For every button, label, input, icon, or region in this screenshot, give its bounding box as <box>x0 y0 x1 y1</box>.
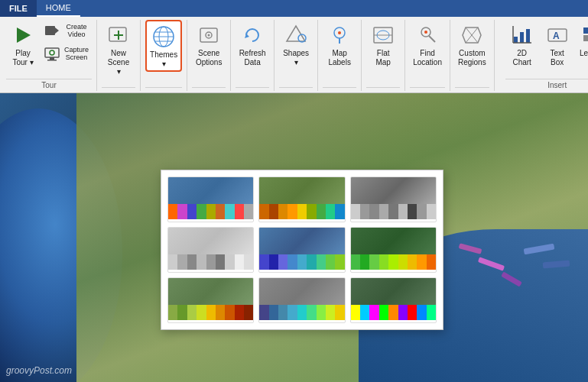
flat-map-icon <box>371 23 395 47</box>
text-box-icon: A <box>545 23 570 47</box>
themes-icon <box>151 24 176 49</box>
ribbon-group-map-labels: MapLabels <box>318 20 362 91</box>
shapes-icon <box>284 23 308 47</box>
theme-item-1[interactable] <box>167 176 254 222</box>
insert-group-label: Insert <box>505 79 588 91</box>
scene-options-label: SceneOptions <box>196 49 222 67</box>
refresh-items: RefreshData <box>236 20 269 87</box>
theme-earth-3 <box>351 177 436 204</box>
ribbon-group-new-scene: NewScene ▾ <box>97 20 141 91</box>
map-labels-button[interactable]: MapLabels <box>323 20 356 69</box>
shapes-items: Shapes ▾ <box>279 20 313 87</box>
tour-group-items: PlayTour ▾ Create Video <box>6 20 92 79</box>
flat-map-items: FlatMap <box>366 20 400 87</box>
theme-item-7[interactable] <box>167 277 254 323</box>
theme-earth-4 <box>168 228 253 254</box>
svg-marker-0 <box>17 28 31 43</box>
map-labels-group-label <box>323 87 356 91</box>
legend-button[interactable]: Legend <box>576 20 588 60</box>
theme-item-3[interactable] <box>350 176 437 222</box>
find-location-label: FindLocation <box>413 49 442 67</box>
custom-regions-icon <box>460 23 484 47</box>
refresh-data-button[interactable]: RefreshData <box>236 20 269 69</box>
ribbon: PlayTour ▾ Create Video <box>0 17 588 93</box>
flat-map-label: FlatMap <box>375 49 390 67</box>
2d-chart-icon <box>510 23 534 47</box>
custom-regions-button[interactable]: CustomRegions <box>455 20 489 69</box>
theme-palette-1 <box>168 204 253 219</box>
map-area: groovyPost.com <box>0 93 588 382</box>
theme-earth-8 <box>259 278 344 305</box>
theme-earth-9 <box>351 278 436 305</box>
svg-rect-34 <box>520 32 524 43</box>
svg-line-28 <box>429 36 435 42</box>
play-tour-button[interactable]: PlayTour ▾ <box>6 20 40 69</box>
svg-rect-4 <box>50 57 54 60</box>
themes-label: Themes ▾ <box>150 50 177 69</box>
ribbon-group-themes: Themes ▾ <box>141 20 187 91</box>
themes-button[interactable]: Themes ▾ <box>145 20 182 72</box>
text-box-button[interactable]: A TextBox <box>541 20 574 69</box>
theme-item-2[interactable] <box>258 176 345 222</box>
svg-marker-19 <box>287 26 305 41</box>
new-scene-button[interactable]: NewScene ▾ <box>102 20 135 78</box>
theme-palette-5 <box>259 254 344 270</box>
theme-item-9[interactable] <box>350 277 437 323</box>
svg-text:A: A <box>553 31 560 41</box>
map-labels-icon <box>327 23 352 47</box>
home-tab[interactable]: HOME <box>37 0 80 17</box>
theme-item-5[interactable] <box>258 227 345 273</box>
ribbon-group-insert: 2DChart A TextBox <box>501 20 588 91</box>
svg-rect-5 <box>47 60 57 61</box>
file-tab[interactable]: FILE <box>0 0 37 17</box>
shapes-label: Shapes ▾ <box>282 49 310 67</box>
ribbon-group-custom-regions: CustomRegions <box>450 20 495 91</box>
theme-item-4[interactable] <box>167 227 254 273</box>
text-box-label: TextBox <box>551 49 564 67</box>
ribbon-group-tour: PlayTour ▾ Create Video <box>2 20 97 91</box>
map-labels-label: MapLabels <box>328 49 350 67</box>
title-bar: FILE HOME <box>0 0 588 17</box>
theme-palette-9 <box>351 305 436 320</box>
custom-regions-label: CustomRegions <box>458 49 486 67</box>
svg-rect-35 <box>526 29 530 43</box>
svg-rect-41 <box>583 35 588 41</box>
play-tour-label: PlayTour ▾ <box>12 49 33 67</box>
theme-item-6[interactable] <box>350 227 437 273</box>
find-location-group-label <box>410 87 445 91</box>
theme-palette-6 <box>351 254 436 270</box>
custom-regions-items: CustomRegions <box>455 20 489 87</box>
scene-options-icon <box>197 23 221 47</box>
refresh-icon <box>240 23 265 47</box>
theme-palette-4 <box>168 254 253 270</box>
new-scene-icon <box>106 23 131 47</box>
themes-grid <box>167 176 437 323</box>
scene-options-items: SceneOptions <box>192 20 226 87</box>
ribbon-group-shapes: Shapes ▾ <box>275 20 318 91</box>
capture-screen-label: Capture Screen <box>63 46 89 61</box>
create-video-button[interactable]: Create Video <box>41 20 92 41</box>
capture-screen-button[interactable]: Capture Screen <box>41 43 92 64</box>
create-video-label: Create Video <box>63 23 89 38</box>
theme-palette-3 <box>351 204 436 219</box>
ribbon-group-flat-map: FlatMap <box>362 20 405 91</box>
scene-options-button[interactable]: SceneOptions <box>192 20 226 69</box>
flat-map-button[interactable]: FlatMap <box>366 20 400 69</box>
watermark: groovyPost.com <box>6 365 72 376</box>
svg-point-29 <box>424 31 427 34</box>
theme-earth-1 <box>168 177 253 204</box>
find-location-items: FindLocation <box>410 20 445 87</box>
ribbon-group-refresh: RefreshData <box>231 20 275 91</box>
theme-earth-5 <box>259 228 344 254</box>
theme-item-8[interactable] <box>258 277 345 323</box>
tour-group-label: Tour <box>6 79 92 91</box>
new-scene-group-label <box>102 87 135 91</box>
svg-rect-1 <box>45 26 55 35</box>
flat-map-group-label <box>366 87 400 91</box>
theme-palette-2 <box>259 204 344 219</box>
custom-regions-group-label <box>455 87 489 91</box>
shapes-button[interactable]: Shapes ▾ <box>279 20 313 69</box>
2d-chart-button[interactable]: 2DChart <box>505 20 539 69</box>
svg-rect-33 <box>514 37 518 43</box>
find-location-button[interactable]: FindLocation <box>410 20 445 69</box>
